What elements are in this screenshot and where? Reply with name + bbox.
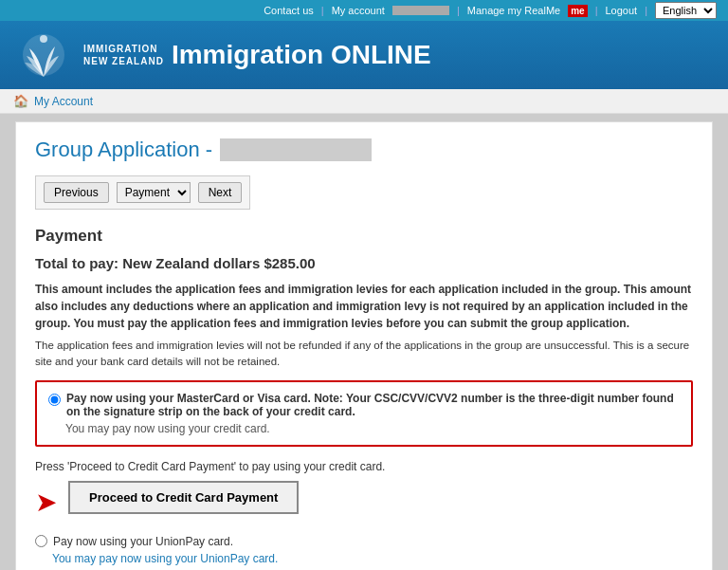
main-content: Group Application - Previous Payment Nex… (15, 121, 713, 570)
step-navigation: Previous Payment Next (35, 175, 250, 210)
manage-link[interactable]: Manage my RealMe (467, 5, 560, 16)
myaccount-link[interactable]: My account (332, 5, 385, 16)
breadcrumb: 🏠 My Account (0, 89, 728, 114)
logo: IMMIGRATION NEW ZEALAND (15, 29, 164, 82)
page-title-text: Group Application - (35, 138, 212, 162)
info-bold-text: This amount includes the application fee… (35, 281, 693, 332)
credit-card-label: Pay now using your MasterCard or Visa ca… (48, 392, 680, 418)
total-amount: $285.00 (264, 255, 315, 271)
account-name-bar (392, 6, 449, 15)
realme-badge: me (568, 5, 587, 17)
unionpay-sub: You may pay now using your UnionPay card… (52, 552, 693, 565)
proceed-credit-card-button[interactable]: Proceed to Credit Card Payment (68, 481, 299, 514)
credit-card-instruction: Press 'Proceed to Credit Card Payment' t… (35, 460, 693, 473)
section-heading: Payment (35, 227, 693, 246)
step-select[interactable]: Payment (117, 182, 191, 203)
myaccount-breadcrumb-link[interactable]: My Account (34, 95, 93, 108)
credit-card-sub: You may pay now using your credit card. (65, 422, 680, 435)
language-select[interactable]: English (655, 2, 717, 19)
logo-text: IMMIGRATION NEW ZEALAND (83, 43, 164, 67)
svg-point-1 (40, 35, 47, 43)
unionpay-label: Pay now using your UnionPay card. (35, 535, 693, 548)
application-id-bar (220, 138, 372, 161)
credit-card-button-row: ➤ Proceed to Credit Card Payment (35, 481, 693, 525)
logo-line2: NEW ZEALAND (83, 55, 164, 67)
credit-card-radio[interactable] (48, 394, 61, 406)
unionpay-radio[interactable] (35, 535, 47, 547)
home-icon[interactable]: 🏠 (13, 94, 28, 108)
refund-text: The application fees and immigration lev… (35, 340, 689, 367)
credit-card-option-box: Pay now using your MasterCard or Visa ca… (35, 380, 693, 447)
page-title-area: Group Application - (35, 138, 693, 162)
total-label: Total to pay: New Zealand dollars (35, 255, 264, 271)
site-header: IMMIGRATION NEW ZEALAND Immigration ONLI… (0, 21, 728, 89)
top-navigation: Contact us | My account | Manage my Real… (0, 0, 728, 21)
total-pay-line: Total to pay: New Zealand dollars $285.0… (35, 255, 693, 271)
credit-card-text: Pay now using your MasterCard or Visa ca… (66, 392, 680, 418)
next-button[interactable]: Next (198, 182, 243, 203)
logout-link[interactable]: Logout (605, 5, 637, 16)
red-arrow-icon: ➤ (35, 489, 57, 516)
logo-line1: IMMIGRATION (83, 43, 164, 55)
site-title: Immigration ONLINE (172, 40, 713, 70)
contact-link[interactable]: Contact us (264, 5, 314, 16)
unionpay-section: Pay now using your UnionPay card. You ma… (35, 535, 693, 571)
info-refund-text: The application fees and immigration lev… (35, 338, 693, 371)
previous-button[interactable]: Previous (44, 182, 109, 203)
fern-icon (15, 29, 72, 82)
unionpay-text: Pay now using your UnionPay card. (53, 535, 233, 548)
